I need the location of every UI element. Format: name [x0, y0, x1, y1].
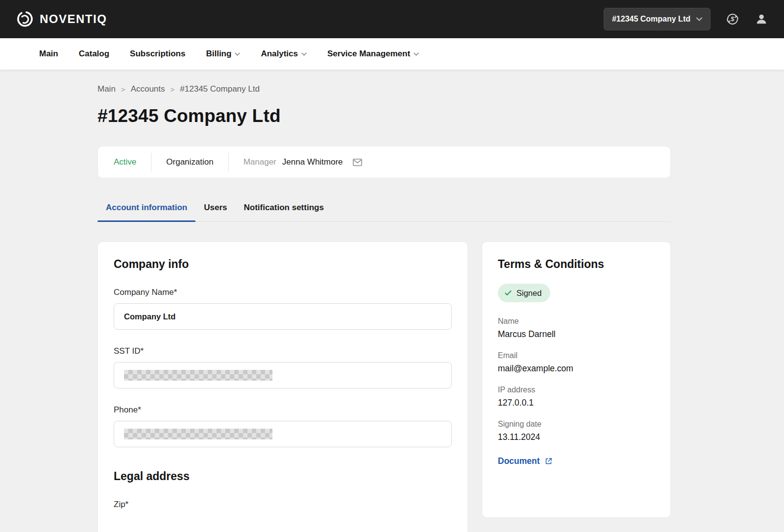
redacted-value — [124, 429, 272, 439]
signed-badge: Signed — [498, 284, 550, 302]
header-right: #12345 Company Ltd $ — [604, 8, 768, 30]
tabs: Account information Users Notification s… — [98, 194, 671, 222]
nav-item-billing[interactable]: Billing — [206, 49, 240, 59]
legal-address-title: Legal address — [114, 470, 452, 483]
manager-name: Jenna Whitmore — [282, 157, 343, 167]
nav-item-label: Subscriptions — [130, 49, 185, 59]
tab-label: Users — [204, 203, 227, 213]
account-selector[interactable]: #12345 Company Ltd — [604, 8, 710, 30]
terms-field-value: 13.11.2024 — [498, 432, 655, 442]
nav-item-analytics[interactable]: Analytics — [261, 49, 307, 59]
phone-input[interactable] — [114, 421, 452, 447]
account-selector-label: #12345 Company Ltd — [612, 15, 690, 24]
breadcrumb-separator: > — [121, 85, 125, 94]
breadcrumb: Main > Accounts > #12345 Company Ltd — [98, 84, 671, 94]
company-name-label: Company Name* — [114, 288, 452, 297]
nav-item-label: Service Management — [327, 49, 410, 59]
content-area: Main > Accounts > #12345 Company Ltd #12… — [98, 84, 671, 532]
manager-label: Manager — [244, 157, 276, 167]
signed-badge-label: Signed — [516, 289, 541, 298]
breadcrumb-item-current: #12345 Company Ltd — [180, 84, 260, 94]
breadcrumb-separator: > — [171, 85, 175, 94]
nav-item-label: Billing — [206, 49, 231, 59]
nav-item-catalog[interactable]: Catalog — [79, 49, 109, 59]
terms-field-label: Email — [498, 351, 655, 360]
nav-item-main[interactable]: Main — [39, 49, 58, 59]
page-title: #12345 Company Ltd — [98, 106, 671, 126]
user-icon[interactable] — [755, 12, 768, 26]
chevron-down-icon — [301, 52, 307, 56]
external-link-icon — [544, 457, 553, 465]
nav-item-subscriptions[interactable]: Subscriptions — [130, 49, 185, 59]
document-link[interactable]: Document — [498, 456, 553, 466]
sst-id-label: SST ID* — [114, 346, 452, 356]
terms-title: Terms & Conditions — [498, 258, 655, 271]
currency-exchange-icon[interactable]: $ — [725, 12, 740, 26]
svg-text:$: $ — [731, 16, 735, 23]
mail-icon[interactable] — [352, 157, 363, 168]
chevron-down-icon — [414, 52, 419, 56]
noventiq-logo-icon — [16, 10, 34, 28]
divider — [151, 153, 151, 171]
terms-field-value: mail@example.com — [498, 363, 655, 374]
document-link-label: Document — [498, 456, 540, 466]
top-header: NOVENTIQ #12345 Company Ltd $ — [0, 0, 784, 38]
breadcrumb-item-main[interactable]: Main — [98, 84, 116, 94]
terms-field-value: 127.0.0.1 — [498, 398, 655, 408]
chevron-down-icon — [696, 17, 702, 21]
brand-name: NOVENTIQ — [40, 12, 107, 26]
terms-field-label: IP address — [498, 386, 655, 394]
breadcrumb-item-accounts[interactable]: Accounts — [131, 84, 165, 94]
company-name-input[interactable]: Company Ltd — [114, 303, 452, 330]
brand-logo: NOVENTIQ — [16, 10, 107, 28]
sst-id-input[interactable] — [114, 362, 452, 388]
terms-field-label: Name — [498, 317, 655, 326]
phone-label: Phone* — [114, 405, 452, 415]
terms-field-value: Marcus Darnell — [498, 329, 655, 339]
tab-label: Notification settings — [244, 203, 323, 213]
tab-users[interactable]: Users — [196, 194, 235, 221]
chevron-down-icon — [235, 52, 240, 56]
company-info-card: Company info Company Name* Company Ltd S… — [98, 242, 468, 532]
zip-label: Zip* — [114, 500, 452, 509]
manager-info: Manager Jenna Whitmore — [244, 157, 363, 168]
divider — [228, 153, 229, 171]
check-icon — [504, 289, 512, 297]
main-nav: Main Catalog Subscriptions Billing Analy… — [0, 38, 784, 70]
account-type: Organization — [166, 157, 213, 167]
nav-item-service-management[interactable]: Service Management — [327, 49, 419, 59]
company-name-value: Company Ltd — [124, 312, 175, 321]
tab-notification-settings[interactable]: Notification settings — [235, 194, 332, 221]
cards-row: Company info Company Name* Company Ltd S… — [98, 242, 671, 532]
tab-label: Account information — [106, 203, 187, 213]
redacted-value — [124, 370, 272, 381]
nav-item-label: Catalog — [79, 49, 109, 59]
company-info-title: Company info — [114, 258, 452, 271]
account-summary-card: Active Organization Manager Jenna Whitmo… — [98, 146, 671, 178]
nav-item-label: Main — [39, 49, 58, 59]
terms-card: Terms & Conditions Signed Name Marcus Da… — [482, 242, 671, 518]
nav-item-label: Analytics — [261, 49, 298, 59]
status-badge: Active — [114, 157, 136, 167]
terms-field-label: Signing date — [498, 420, 655, 429]
tab-account-information[interactable]: Account information — [98, 194, 196, 221]
